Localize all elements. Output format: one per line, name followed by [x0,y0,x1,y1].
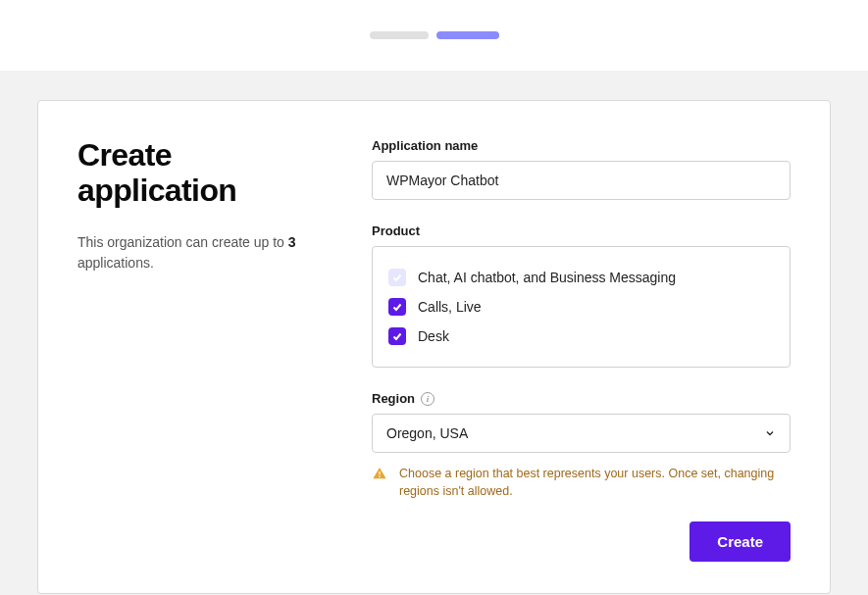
application-name-label: Application name [372,138,791,153]
warning-icon [372,466,387,481]
region-warning-text: Choose a region that best represents you… [399,465,791,500]
product-row-calls[interactable]: Calls, Live [388,292,774,322]
subtitle: This organization can create up to 3 app… [77,232,348,273]
region-label-row: Region i [372,391,791,406]
region-select-wrap: Oregon, USA [372,414,791,453]
region-select[interactable]: Oregon, USA [372,414,791,453]
right-column: Application name Product Chat, AI chatbo… [372,138,791,562]
product-label: Product [372,223,791,238]
left-column: Create application This organization can… [77,138,372,562]
progress-indicator [370,31,499,39]
progress-step-1 [370,31,429,39]
application-name-input[interactable] [372,161,791,200]
page-title: Create application [77,138,348,209]
subtitle-count: 3 [288,234,296,250]
checkbox-calls[interactable] [388,298,406,316]
title-line-2: application [77,173,236,208]
progress-step-2 [436,31,499,39]
product-label-calls: Calls, Live [418,299,482,315]
create-application-card: Create application This organization can… [37,100,831,594]
product-options-box: Chat, AI chatbot, and Business Messaging… [372,246,791,368]
product-field: Product Chat, AI chatbot, and Business M… [372,223,791,368]
product-row-chat[interactable]: Chat, AI chatbot, and Business Messaging [388,263,774,292]
check-icon [391,330,403,342]
subtitle-suffix: applications. [77,255,154,271]
region-field: Region i Oregon, USA Choose a region [372,391,791,500]
check-icon [391,301,403,313]
svg-rect-1 [379,476,380,477]
checkbox-chat [388,269,406,286]
region-warning-row: Choose a region that best represents you… [372,465,791,500]
create-button[interactable]: Create [689,521,791,562]
product-row-desk[interactable]: Desk [388,322,774,351]
title-line-1: Create [77,137,172,173]
page-background: Create application This organization can… [0,71,868,595]
product-label-chat: Chat, AI chatbot, and Business Messaging [418,270,676,285]
button-row: Create [372,521,791,562]
checkbox-desk[interactable] [388,327,406,345]
subtitle-prefix: This organization can create up to [77,234,288,250]
check-icon [391,272,403,283]
application-name-field: Application name [372,138,791,200]
info-icon[interactable]: i [421,392,434,406]
region-label: Region [372,391,415,406]
progress-bar-area [0,0,868,71]
chevron-down-icon [764,427,776,439]
region-selected-value: Oregon, USA [386,425,468,441]
product-label-desk: Desk [418,328,449,344]
svg-rect-0 [379,471,380,474]
